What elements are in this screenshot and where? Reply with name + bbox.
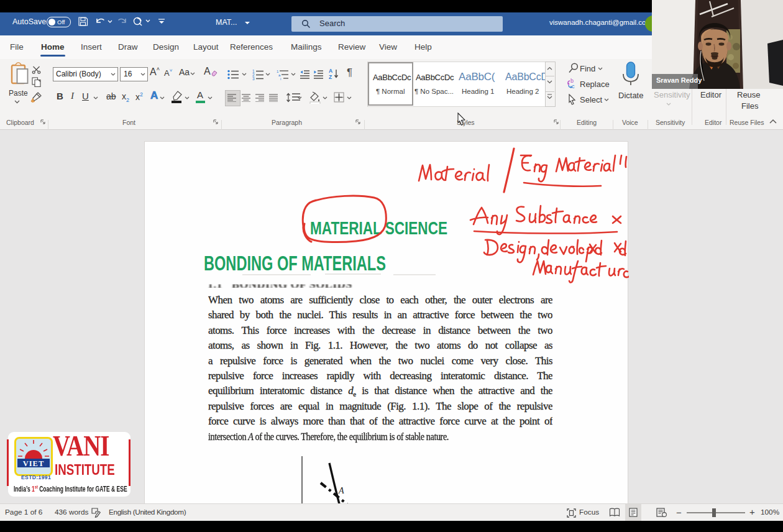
svg-text:c: c: [572, 83, 575, 89]
svg-text:VIET: VIET: [23, 459, 45, 468]
svg-text:3: 3: [252, 76, 255, 80]
svg-text:Z: Z: [329, 74, 332, 80]
svg-text:A: A: [329, 68, 332, 74]
svg-text:i: i: [280, 77, 281, 80]
